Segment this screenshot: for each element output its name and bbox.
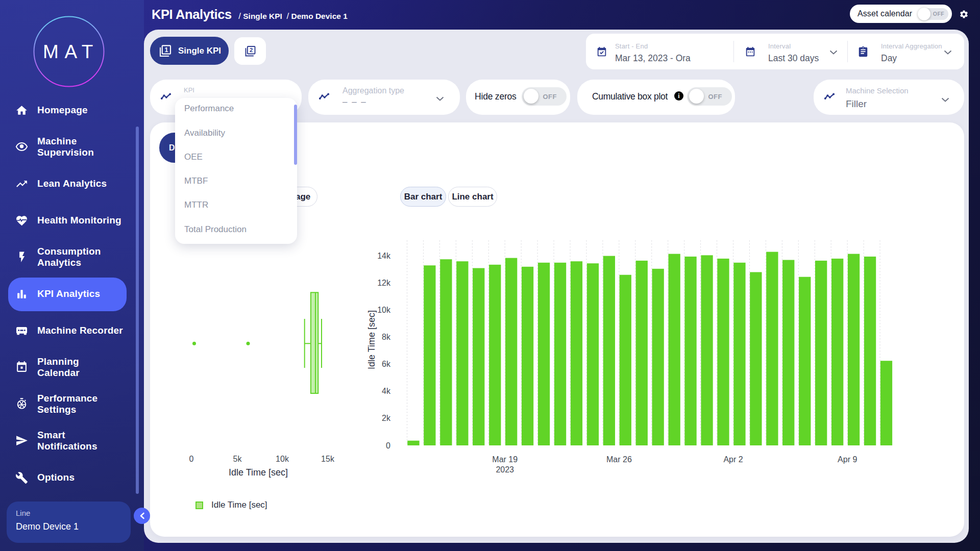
svg-text:0: 0 [386, 441, 390, 450]
svg-text:2: 2 [250, 47, 253, 53]
svg-text:15k: 15k [321, 455, 335, 463]
svg-text:4k: 4k [382, 387, 391, 395]
svg-text:8k: 8k [382, 333, 391, 341]
svg-text:14k: 14k [377, 252, 391, 260]
svg-text:Idle Time [sec]: Idle Time [sec] [229, 467, 288, 478]
svg-text:Mar 19: Mar 19 [492, 455, 518, 464]
svg-text:10k: 10k [377, 306, 391, 314]
svg-text:Mar 26: Mar 26 [606, 455, 632, 464]
svg-text:12k: 12k [377, 279, 391, 287]
svg-text:0: 0 [189, 455, 194, 463]
svg-text:10k: 10k [276, 455, 289, 463]
svg-text:2k: 2k [382, 414, 391, 422]
svg-text:Apr 2: Apr 2 [723, 455, 743, 464]
svg-text:2023: 2023 [496, 465, 514, 474]
svg-text:5k: 5k [233, 455, 242, 463]
svg-text:6k: 6k [382, 360, 391, 368]
svg-text:1: 1 [164, 46, 168, 53]
svg-text:Apr 9: Apr 9 [838, 455, 857, 464]
svg-text:MAT: MAT [43, 41, 99, 62]
svg-text:Idle Time [sec]: Idle Time [sec] [368, 310, 377, 369]
